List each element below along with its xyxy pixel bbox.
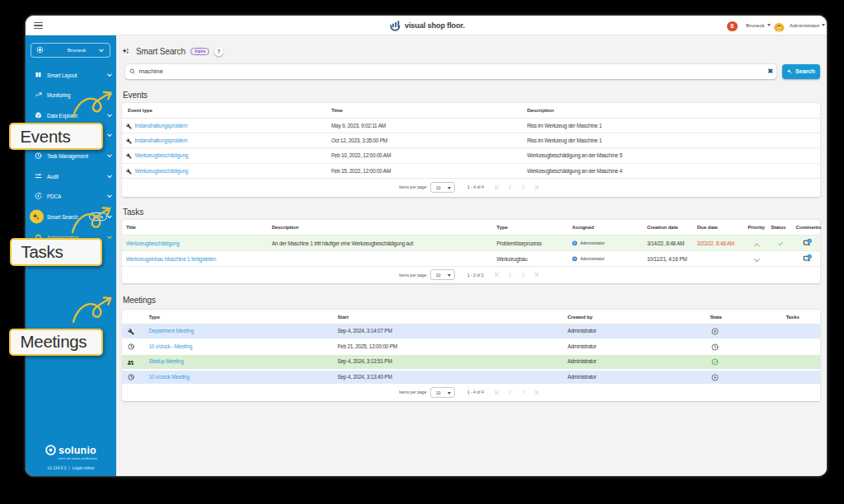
svg-text:2: 2 [809, 255, 810, 259]
svg-text:2: 2 [809, 240, 810, 243]
